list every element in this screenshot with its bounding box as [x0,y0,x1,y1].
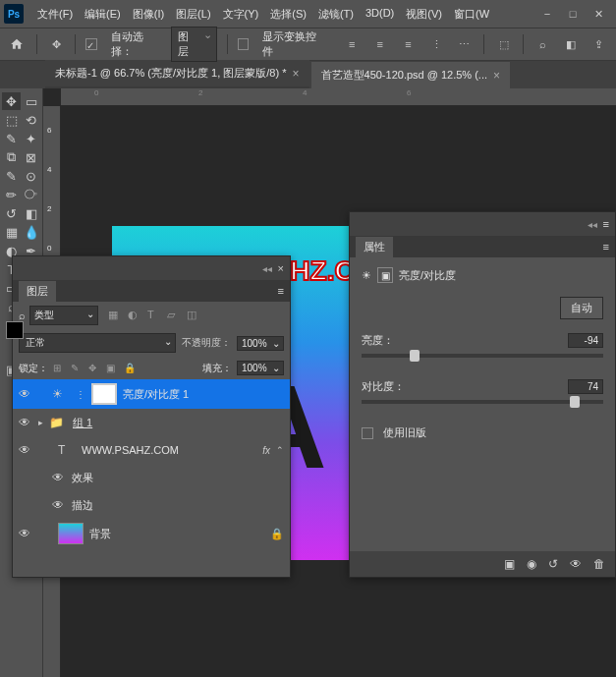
menu-layer[interactable]: 图层(L) [170,3,216,26]
layer-name[interactable]: 背景 [89,527,264,541]
brightness-slider[interactable] [362,354,603,358]
align3-icon[interactable]: ≡ [399,34,418,54]
tab-close-icon[interactable]: × [293,67,300,81]
visibility-icon[interactable]: 👁 [19,387,32,401]
menu-window[interactable]: 窗口(W [448,3,495,26]
marquee-tool[interactable]: ⬚ [2,111,21,129]
crop-tool[interactable]: ⧉ [2,148,21,166]
more-icon[interactable]: ⋯ [456,34,475,54]
reset-icon[interactable]: ↺ [548,557,558,571]
panel-menu-icon[interactable]: ≡ [603,241,615,253]
fx-badge[interactable]: fx [262,445,270,456]
lasso-tool[interactable]: ⟲ [22,111,40,129]
layer-adjustment[interactable]: 👁 ☀ ⋮ 亮度/对比度 1 [13,379,290,409]
workspace-icon[interactable]: ◧ [562,34,581,54]
menu-file[interactable]: 文件(F) [31,3,79,26]
panel-menu-icon[interactable]: ≡ [278,285,290,297]
collapse-icon[interactable]: ◂◂ [262,263,272,274]
eyedropper-tool[interactable]: ✎ [2,167,21,185]
spot-heal-tool[interactable]: ⊙ [22,167,40,185]
layer-filter-kind[interactable]: 类型 [29,306,98,325]
clone-tool[interactable]: ⧂ [22,186,40,203]
menu-3d[interactable]: 3D(D) [360,3,400,26]
layers-tab[interactable]: 图层 [19,281,56,302]
visibility-icon[interactable]: 👁 [52,498,66,512]
search-icon[interactable]: ⌕ [533,34,552,54]
panel-menu-icon[interactable]: ≡ [603,218,609,230]
history-brush-tool[interactable]: ↺ [2,204,21,222]
fill-value[interactable]: 100% [237,361,284,375]
ps-logo[interactable]: Ps [4,4,24,24]
properties-panel[interactable]: ◂◂ ≡ 属性 ≡ ☀ ▣ 亮度/对比度 自动 亮度： -94 对比度： 74 [349,211,616,578]
auto-select-target[interactable]: 图层 [171,27,217,62]
clip-icon[interactable]: ▣ [504,557,515,571]
filter-adjust-icon[interactable]: ◐ [128,309,141,322]
contrast-slider[interactable] [362,400,603,404]
visibility-icon[interactable]: 👁 [19,527,32,540]
menu-select[interactable]: 选择(S) [264,3,312,26]
align2-icon[interactable]: ≡ [370,34,389,54]
minimize-icon[interactable]: − [541,8,553,20]
mask-icon[interactable]: ▣ [377,267,393,283]
share-icon[interactable]: ⇪ [589,34,608,54]
auto-select-checkbox[interactable] [85,38,96,50]
layer-name[interactable]: WWW.PSAHZ.COM [82,444,256,456]
menu-image[interactable]: 图像(I) [127,3,170,26]
filter-shape-icon[interactable]: ▱ [167,309,181,322]
maximize-icon[interactable]: □ [567,8,579,20]
layer-fx-stroke[interactable]: 👁 描边 [13,491,290,519]
chevron-down-icon[interactable]: ⌃ [276,445,284,455]
eraser-tool[interactable]: ◧ [22,204,40,222]
layer-group[interactable]: 👁 ▸ 📁 组 1 [13,409,290,436]
menu-edit[interactable]: 编辑(E) [79,3,127,26]
layer-thumb[interactable] [58,523,84,544]
collapse-icon[interactable]: ◂◂ [588,219,597,230]
layer-background[interactable]: 👁 背景 🔒 [13,519,290,548]
blur-tool[interactable]: 💧 [22,223,40,241]
panel-close-icon[interactable]: × [278,262,284,274]
home-icon[interactable] [8,34,27,54]
layer-name[interactable]: 亮度/对比度 1 [123,387,284,402]
move-tool-icon[interactable]: ✥ [47,34,66,54]
move-tool[interactable]: ✥ [2,92,21,110]
menu-type[interactable]: 文字(Y) [217,3,265,26]
dist-icon[interactable]: ⋮ [427,34,446,54]
blend-mode-select[interactable]: 正常 [19,333,176,353]
lock-all-icon[interactable]: 🔒 [124,363,136,373]
magic-wand-tool[interactable]: ✦ [22,130,40,147]
layer-fx-effects[interactable]: 👁 效果 [13,464,290,491]
auto-button[interactable]: 自动 [560,297,603,319]
use-legacy-checkbox[interactable] [362,427,373,439]
visibility-icon[interactable]: 👁 [19,443,32,457]
chevron-right-icon[interactable]: ▸ [38,418,43,427]
layer-name[interactable]: 组 1 [73,416,284,430]
layer-text[interactable]: 👁 T WWW.PSAHZ.COM fx ⌃ [13,436,290,464]
show-transform-checkbox[interactable] [238,38,249,50]
tab-document-2[interactable]: 首艺造型450-120.psd @ 12.5% (... × [311,62,511,88]
frame-tool[interactable]: ⊠ [22,148,40,166]
properties-tab[interactable]: 属性 [356,237,393,257]
link-icon[interactable]: ⋮ [76,389,85,400]
layer-mask-thumb[interactable] [91,383,117,405]
view-previous-icon[interactable]: ◉ [527,557,536,571]
lock-artboard-icon[interactable]: ▣ [106,363,118,373]
menu-filter[interactable]: 滤镜(T) [312,3,360,26]
lock-transparency-icon[interactable]: ⊞ [53,363,65,373]
foreground-color[interactable] [6,321,24,339]
artboard-tool[interactable]: ▭ [22,92,40,110]
menu-view[interactable]: 视图(V) [400,3,448,26]
opacity-value[interactable]: 100% [237,336,284,351]
quick-select-tool[interactable]: ✎ [2,130,21,147]
visibility-icon[interactable]: 👁 [52,471,66,484]
contrast-value[interactable]: 74 [568,379,603,394]
delete-icon[interactable]: 🗑 [593,557,605,571]
tab-document-1[interactable]: 未标题-1 @ 66.7% (亮度/对比度 1, 图层蒙版/8) * × [45,60,309,88]
toggle-visibility-icon[interactable]: 👁 [570,557,582,571]
lock-position-icon[interactable]: ✥ [88,363,100,373]
layers-panel[interactable]: ◂◂ × 图层 ≡ ⌕ 类型 ▦ ◐ T ▱ ◫ 正常 不透明度： 100% 锁… [12,255,291,578]
lock-image-icon[interactable]: ✎ [71,363,83,373]
filter-smart-icon[interactable]: ◫ [187,309,200,322]
visibility-icon[interactable]: 👁 [19,416,32,429]
3d-icon[interactable]: ⬚ [494,34,513,54]
brightness-value[interactable]: -94 [568,333,603,348]
